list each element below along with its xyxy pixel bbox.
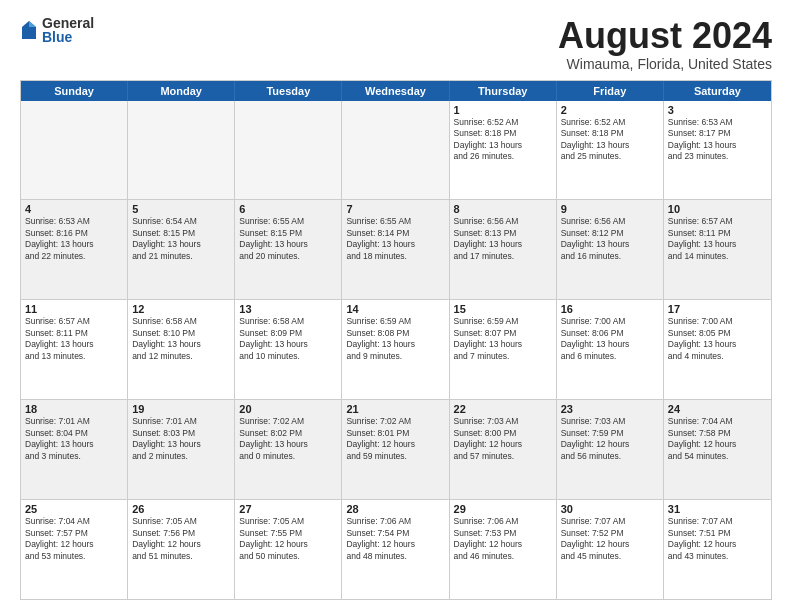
calendar-cell-21: 21Sunrise: 7:02 AM Sunset: 8:01 PM Dayli… xyxy=(342,400,449,499)
calendar-cell-2: 2Sunrise: 6:52 AM Sunset: 8:18 PM Daylig… xyxy=(557,101,664,200)
cell-info-text: Sunrise: 6:53 AM Sunset: 8:16 PM Dayligh… xyxy=(25,216,123,262)
calendar-body: 1Sunrise: 6:52 AM Sunset: 8:18 PM Daylig… xyxy=(21,101,771,599)
weekday-header-monday: Monday xyxy=(128,81,235,101)
calendar-cell-20: 20Sunrise: 7:02 AM Sunset: 8:02 PM Dayli… xyxy=(235,400,342,499)
cell-info-text: Sunrise: 7:03 AM Sunset: 8:00 PM Dayligh… xyxy=(454,416,552,462)
cell-info-text: Sunrise: 6:55 AM Sunset: 8:14 PM Dayligh… xyxy=(346,216,444,262)
day-number: 16 xyxy=(561,303,659,315)
day-number: 4 xyxy=(25,203,123,215)
calendar-cell-17: 17Sunrise: 7:00 AM Sunset: 8:05 PM Dayli… xyxy=(664,300,771,399)
calendar-cell-3: 3Sunrise: 6:53 AM Sunset: 8:17 PM Daylig… xyxy=(664,101,771,200)
day-number: 2 xyxy=(561,104,659,116)
day-number: 23 xyxy=(561,403,659,415)
calendar-cell-7: 7Sunrise: 6:55 AM Sunset: 8:14 PM Daylig… xyxy=(342,200,449,299)
calendar-cell-15: 15Sunrise: 6:59 AM Sunset: 8:07 PM Dayli… xyxy=(450,300,557,399)
calendar-row-1: 4Sunrise: 6:53 AM Sunset: 8:16 PM Daylig… xyxy=(21,200,771,300)
weekday-header-sunday: Sunday xyxy=(21,81,128,101)
calendar-cell-8: 8Sunrise: 6:56 AM Sunset: 8:13 PM Daylig… xyxy=(450,200,557,299)
cell-info-text: Sunrise: 7:01 AM Sunset: 8:03 PM Dayligh… xyxy=(132,416,230,462)
calendar-cell-empty-2 xyxy=(235,101,342,200)
cell-info-text: Sunrise: 7:03 AM Sunset: 7:59 PM Dayligh… xyxy=(561,416,659,462)
day-number: 19 xyxy=(132,403,230,415)
day-number: 18 xyxy=(25,403,123,415)
calendar-cell-27: 27Sunrise: 7:05 AM Sunset: 7:55 PM Dayli… xyxy=(235,500,342,599)
day-number: 31 xyxy=(668,503,767,515)
calendar-row-4: 25Sunrise: 7:04 AM Sunset: 7:57 PM Dayli… xyxy=(21,500,771,599)
logo-blue-text: Blue xyxy=(42,30,94,44)
calendar-cell-29: 29Sunrise: 7:06 AM Sunset: 7:53 PM Dayli… xyxy=(450,500,557,599)
logo-text: General Blue xyxy=(42,16,94,44)
page: General Blue August 2024 Wimauma, Florid… xyxy=(0,0,792,612)
cell-info-text: Sunrise: 6:54 AM Sunset: 8:15 PM Dayligh… xyxy=(132,216,230,262)
cell-info-text: Sunrise: 7:07 AM Sunset: 7:51 PM Dayligh… xyxy=(668,516,767,562)
day-number: 14 xyxy=(346,303,444,315)
day-number: 21 xyxy=(346,403,444,415)
weekday-header-wednesday: Wednesday xyxy=(342,81,449,101)
calendar-cell-22: 22Sunrise: 7:03 AM Sunset: 8:00 PM Dayli… xyxy=(450,400,557,499)
cell-info-text: Sunrise: 6:57 AM Sunset: 8:11 PM Dayligh… xyxy=(668,216,767,262)
cell-info-text: Sunrise: 7:02 AM Sunset: 8:01 PM Dayligh… xyxy=(346,416,444,462)
cell-info-text: Sunrise: 7:07 AM Sunset: 7:52 PM Dayligh… xyxy=(561,516,659,562)
calendar-cell-empty-0 xyxy=(21,101,128,200)
cell-info-text: Sunrise: 7:01 AM Sunset: 8:04 PM Dayligh… xyxy=(25,416,123,462)
calendar-cell-9: 9Sunrise: 6:56 AM Sunset: 8:12 PM Daylig… xyxy=(557,200,664,299)
day-number: 25 xyxy=(25,503,123,515)
cell-info-text: Sunrise: 6:56 AM Sunset: 8:13 PM Dayligh… xyxy=(454,216,552,262)
cell-info-text: Sunrise: 7:06 AM Sunset: 7:53 PM Dayligh… xyxy=(454,516,552,562)
calendar-cell-18: 18Sunrise: 7:01 AM Sunset: 8:04 PM Dayli… xyxy=(21,400,128,499)
day-number: 20 xyxy=(239,403,337,415)
cell-info-text: Sunrise: 7:05 AM Sunset: 7:56 PM Dayligh… xyxy=(132,516,230,562)
day-number: 9 xyxy=(561,203,659,215)
calendar-cell-19: 19Sunrise: 7:01 AM Sunset: 8:03 PM Dayli… xyxy=(128,400,235,499)
cell-info-text: Sunrise: 6:59 AM Sunset: 8:07 PM Dayligh… xyxy=(454,316,552,362)
month-title: August 2024 xyxy=(558,16,772,56)
cell-info-text: Sunrise: 7:04 AM Sunset: 7:58 PM Dayligh… xyxy=(668,416,767,462)
svg-marker-1 xyxy=(29,21,36,27)
cell-info-text: Sunrise: 7:05 AM Sunset: 7:55 PM Dayligh… xyxy=(239,516,337,562)
day-number: 11 xyxy=(25,303,123,315)
calendar-row-3: 18Sunrise: 7:01 AM Sunset: 8:04 PM Dayli… xyxy=(21,400,771,500)
day-number: 7 xyxy=(346,203,444,215)
calendar-cell-empty-3 xyxy=(342,101,449,200)
calendar-cell-13: 13Sunrise: 6:58 AM Sunset: 8:09 PM Dayli… xyxy=(235,300,342,399)
day-number: 30 xyxy=(561,503,659,515)
day-number: 8 xyxy=(454,203,552,215)
location-subtitle: Wimauma, Florida, United States xyxy=(558,56,772,72)
day-number: 6 xyxy=(239,203,337,215)
day-number: 12 xyxy=(132,303,230,315)
calendar-cell-11: 11Sunrise: 6:57 AM Sunset: 8:11 PM Dayli… xyxy=(21,300,128,399)
cell-info-text: Sunrise: 7:06 AM Sunset: 7:54 PM Dayligh… xyxy=(346,516,444,562)
cell-info-text: Sunrise: 6:57 AM Sunset: 8:11 PM Dayligh… xyxy=(25,316,123,362)
logo-icon xyxy=(20,19,38,41)
day-number: 22 xyxy=(454,403,552,415)
header: General Blue August 2024 Wimauma, Florid… xyxy=(20,16,772,72)
calendar-cell-23: 23Sunrise: 7:03 AM Sunset: 7:59 PM Dayli… xyxy=(557,400,664,499)
calendar-cell-26: 26Sunrise: 7:05 AM Sunset: 7:56 PM Dayli… xyxy=(128,500,235,599)
day-number: 28 xyxy=(346,503,444,515)
cell-info-text: Sunrise: 6:58 AM Sunset: 8:10 PM Dayligh… xyxy=(132,316,230,362)
cell-info-text: Sunrise: 7:04 AM Sunset: 7:57 PM Dayligh… xyxy=(25,516,123,562)
calendar-header: SundayMondayTuesdayWednesdayThursdayFrid… xyxy=(21,81,771,101)
weekday-header-thursday: Thursday xyxy=(450,81,557,101)
day-number: 5 xyxy=(132,203,230,215)
calendar-cell-empty-1 xyxy=(128,101,235,200)
calendar-cell-31: 31Sunrise: 7:07 AM Sunset: 7:51 PM Dayli… xyxy=(664,500,771,599)
weekday-header-tuesday: Tuesday xyxy=(235,81,342,101)
day-number: 3 xyxy=(668,104,767,116)
cell-info-text: Sunrise: 7:02 AM Sunset: 8:02 PM Dayligh… xyxy=(239,416,337,462)
calendar-cell-25: 25Sunrise: 7:04 AM Sunset: 7:57 PM Dayli… xyxy=(21,500,128,599)
logo: General Blue xyxy=(20,16,94,44)
calendar-row-2: 11Sunrise: 6:57 AM Sunset: 8:11 PM Dayli… xyxy=(21,300,771,400)
weekday-header-friday: Friday xyxy=(557,81,664,101)
calendar-cell-6: 6Sunrise: 6:55 AM Sunset: 8:15 PM Daylig… xyxy=(235,200,342,299)
cell-info-text: Sunrise: 6:55 AM Sunset: 8:15 PM Dayligh… xyxy=(239,216,337,262)
logo-general-text: General xyxy=(42,16,94,30)
day-number: 26 xyxy=(132,503,230,515)
cell-info-text: Sunrise: 6:56 AM Sunset: 8:12 PM Dayligh… xyxy=(561,216,659,262)
day-number: 1 xyxy=(454,104,552,116)
title-block: August 2024 Wimauma, Florida, United Sta… xyxy=(558,16,772,72)
cell-info-text: Sunrise: 7:00 AM Sunset: 8:06 PM Dayligh… xyxy=(561,316,659,362)
calendar: SundayMondayTuesdayWednesdayThursdayFrid… xyxy=(20,80,772,600)
cell-info-text: Sunrise: 6:53 AM Sunset: 8:17 PM Dayligh… xyxy=(668,117,767,163)
calendar-cell-14: 14Sunrise: 6:59 AM Sunset: 8:08 PM Dayli… xyxy=(342,300,449,399)
